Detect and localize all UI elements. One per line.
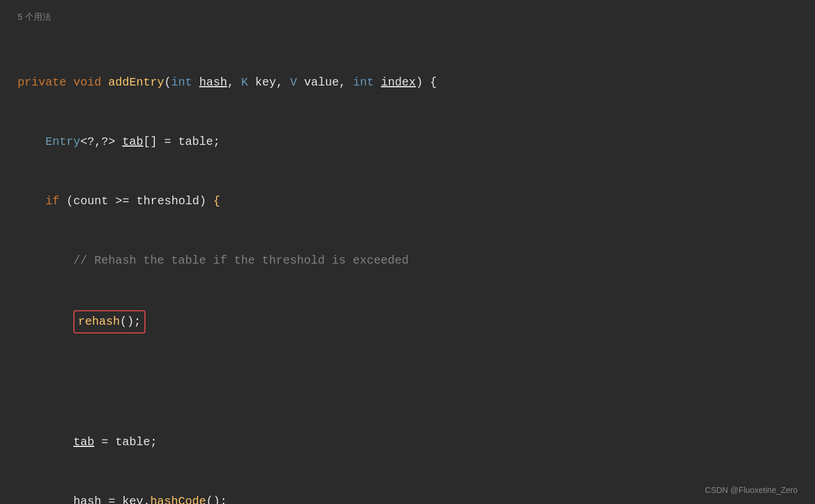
code-line-8: hash = key.hashCode();: [17, 492, 798, 504]
code-line-4: // Rehash the table if the threshold is …: [17, 251, 798, 271]
code-block: private void addEntry(int hash, K key, V…: [17, 33, 798, 504]
usage-label: 5 个用法: [17, 12, 798, 23]
code-line-7: tab = table;: [17, 432, 798, 452]
code-line-2: Entry<?,?> tab[] = table;: [17, 132, 798, 152]
code-container: 5 个用法 private void addEntry(int hash, K …: [0, 0, 815, 504]
code-line-6: [17, 373, 798, 393]
footer-text: CSDN @Fluoxetine_Zero: [705, 485, 798, 495]
code-line-3: if (count >= threshold) {: [17, 191, 798, 211]
code-line-5: rehash();: [17, 310, 798, 333]
code-line-1: private void addEntry(int hash, K key, V…: [17, 73, 798, 93]
rehash-highlight: rehash();: [73, 310, 146, 333]
